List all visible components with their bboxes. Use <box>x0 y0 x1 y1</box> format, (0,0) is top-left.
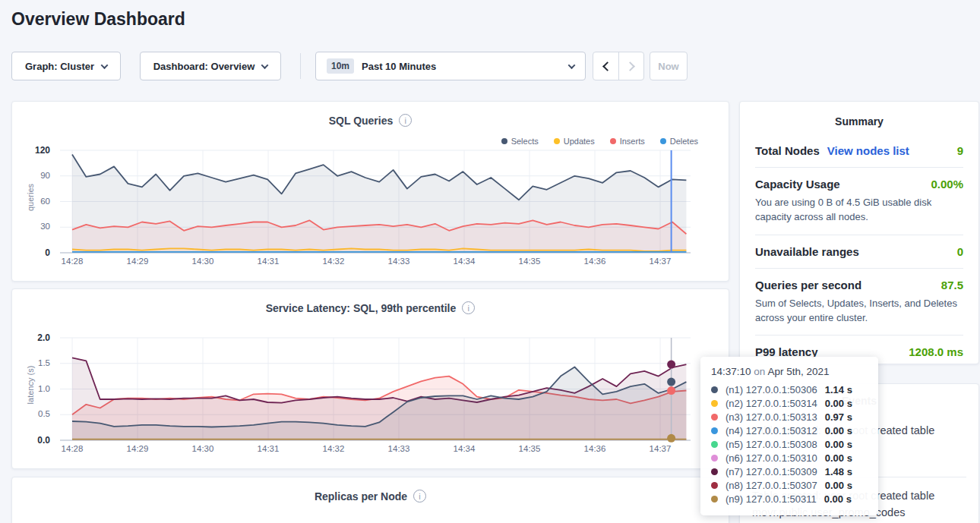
x-tick: 14:37 <box>641 444 679 453</box>
chevron-down-icon <box>101 61 109 69</box>
capacity-value: 0.00% <box>931 178 963 191</box>
y-tick: 30 <box>12 222 50 231</box>
y-axis-ticks: 0306090120 <box>12 147 55 255</box>
replicas-chart-card: Replicas per Node i <box>11 477 729 523</box>
x-tick: 14:28 <box>53 257 91 266</box>
summary-panel: Summary Total Nodes View nodes list 9 Ca… <box>739 101 979 364</box>
chevron-right-icon <box>625 61 635 71</box>
node-latency-value: 0.97 s <box>825 411 852 423</box>
node-color-dot-icon <box>711 482 718 489</box>
node-latency-value: 0.00 s <box>825 398 852 409</box>
x-tick: 14:32 <box>315 444 352 453</box>
legend-dot-icon <box>554 138 560 144</box>
capacity-label: Capacity Usage <box>755 178 840 191</box>
node-latency-value: 0.00 s <box>824 493 852 505</box>
tooltip-timestamp: 14:37:10 on Apr 5th, 2021 <box>711 366 868 377</box>
x-tick: 14:29 <box>119 444 156 453</box>
x-tick: 14:36 <box>576 444 614 453</box>
x-tick: 14:33 <box>380 257 418 266</box>
node-color-dot-icon <box>711 400 718 407</box>
service-latency-plot[interactable] <box>60 335 691 443</box>
qps-label: Queries per second <box>755 279 861 291</box>
y-tick: 2.0 <box>12 332 50 343</box>
info-icon[interactable]: i <box>399 114 412 127</box>
x-axis-ticks: 14:2814:2914:3014:3114:3214:3314:3414:35… <box>60 444 691 456</box>
info-icon[interactable]: i <box>462 301 475 314</box>
y-tick: 0 <box>12 247 50 258</box>
qps-value: 87.5 <box>941 279 963 291</box>
legend-label: Inserts <box>620 137 645 146</box>
time-step-back-button[interactable] <box>593 52 618 80</box>
summary-row-capacity: Capacity Usage 0.00% <box>755 178 963 191</box>
x-tick: 14:35 <box>511 257 548 266</box>
legend-dot-icon <box>610 138 616 144</box>
service-latency-chart-card: Service Latency: SQL, 99th percentile i … <box>11 288 729 469</box>
chart-title: Service Latency: SQL, 99th percentile <box>266 302 457 314</box>
node-address: (n9) 127.0.0.1:50311 <box>726 493 817 505</box>
node-address: (n8) 127.0.0.1:50307 <box>726 480 817 491</box>
x-tick: 14:35 <box>511 444 548 453</box>
time-range-dropdown[interactable]: 10m Past 10 Minutes <box>315 52 586 80</box>
view-nodes-list-link[interactable]: View nodes list <box>827 144 909 157</box>
tooltip-node-row: (n7) 127.0.0.1:503091.48 s <box>711 465 868 478</box>
node-color-dot-icon <box>711 468 718 475</box>
x-tick: 14:37 <box>641 257 679 266</box>
chart-legend: SelectsUpdatesInsertsDeletes <box>501 137 698 146</box>
node-color-dot-icon <box>711 455 718 462</box>
node-color-dot-icon <box>711 414 718 421</box>
node-address: (n5) 127.0.0.1:50308 <box>726 439 817 450</box>
sql-queries-chart-card: SQL Queries i SelectsUpdatesInsertsDelet… <box>11 101 729 282</box>
legend-item-updates[interactable]: Updates <box>554 137 595 146</box>
node-latency-value: 0.00 s <box>825 480 852 491</box>
p99-value: 1208.0 ms <box>909 345 963 358</box>
legend-item-selects[interactable]: Selects <box>501 137 539 146</box>
total-nodes-value: 9 <box>957 144 963 157</box>
x-tick: 14:30 <box>184 444 222 453</box>
y-tick: 1.5 <box>12 358 50 367</box>
qps-description: Sum of Selects, Updates, Inserts, and De… <box>755 297 963 326</box>
divider <box>755 335 963 336</box>
dashboard-dropdown[interactable]: Dashboard: Overview <box>140 52 281 80</box>
y-axis-ticks: 0.00.51.01.52.0 <box>12 335 55 443</box>
tooltip-node-row: (n5) 127.0.0.1:503080.00 s <box>711 437 868 451</box>
y-tick: 60 <box>12 197 50 206</box>
divider <box>755 167 963 168</box>
sql-queries-plot[interactable] <box>60 147 691 255</box>
legend-label: Deletes <box>670 137 698 146</box>
node-color-dot-icon <box>711 386 718 393</box>
node-latency-value: 0.00 s <box>825 439 852 450</box>
node-address: (n3) 127.0.0.1:50313 <box>726 411 817 423</box>
chevron-down-icon <box>568 61 576 69</box>
node-address: (n4) 127.0.0.1:50312 <box>726 425 817 436</box>
x-tick: 14:34 <box>445 257 483 266</box>
y-tick: 0.5 <box>12 409 50 418</box>
x-tick: 14:33 <box>380 444 418 453</box>
node-address: (n1) 127.0.0.1:50306 <box>726 384 817 395</box>
legend-label: Selects <box>511 137 539 146</box>
time-step-forward-button[interactable] <box>618 52 643 80</box>
tooltip-node-row: (n2) 127.0.0.1:503140.00 s <box>711 396 868 410</box>
tooltip-node-row: (n1) 127.0.0.1:503061.14 s <box>711 383 868 396</box>
summary-row-unavailable: Unavailable ranges 0 <box>755 245 963 258</box>
summary-row-total-nodes: Total Nodes View nodes list 9 <box>755 144 963 157</box>
y-tick: 0.0 <box>12 435 50 446</box>
legend-item-inserts[interactable]: Inserts <box>610 137 645 146</box>
node-color-dot-icon <box>711 427 718 434</box>
summary-row-qps: Queries per second 87.5 <box>755 279 963 291</box>
x-tick: 14:30 <box>184 257 222 266</box>
info-icon[interactable]: i <box>413 490 426 503</box>
graph-dropdown[interactable]: Graph: Cluster <box>11 52 121 80</box>
legend-item-deletes[interactable]: Deletes <box>660 137 698 146</box>
node-latency-value: 0.00 s <box>825 425 852 436</box>
total-nodes-label: Total Nodes <box>755 144 820 157</box>
tooltip-node-row: (n9) 127.0.0.1:503110.00 s <box>711 492 868 506</box>
unavailable-value: 0 <box>957 245 963 258</box>
y-tick: 120 <box>12 145 50 156</box>
summary-title: Summary <box>755 115 963 128</box>
now-button[interactable]: Now <box>650 52 688 80</box>
x-tick: 14:32 <box>315 257 352 266</box>
time-range-badge: 10m <box>327 58 354 74</box>
page-title: Overview Dashboard <box>11 9 185 30</box>
tooltip-node-row: (n8) 127.0.0.1:503070.00 s <box>711 478 868 492</box>
node-address: (n6) 127.0.0.1:50310 <box>726 452 817 464</box>
